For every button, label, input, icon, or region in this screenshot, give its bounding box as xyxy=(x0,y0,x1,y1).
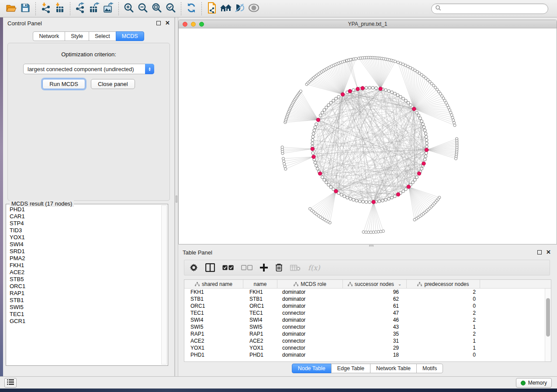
show-graphics-details-button[interactable] xyxy=(247,2,261,16)
select-all-rows-button[interactable] xyxy=(222,262,234,273)
cell: SWI5 xyxy=(243,323,277,330)
divider-grip[interactable] xyxy=(176,196,177,203)
table-toolbar: f(x) xyxy=(184,260,550,275)
mcds-result-item[interactable]: PMA2 xyxy=(7,255,161,262)
memory-button[interactable]: Memory xyxy=(516,378,552,388)
close-panel-icon[interactable]: ✕ xyxy=(546,250,551,254)
mcds-result-item[interactable]: SRD1 xyxy=(7,248,161,255)
close-window-icon[interactable] xyxy=(183,22,187,27)
table-row[interactable]: RAP1RAP1dominator352 xyxy=(184,330,545,337)
mcds-result-item[interactable]: STB5 xyxy=(7,276,161,283)
panel-divider[interactable] xyxy=(175,17,178,376)
export-image-button[interactable] xyxy=(101,2,115,16)
task-history-button[interactable] xyxy=(4,378,17,388)
mcds-result-item[interactable]: RAP1 xyxy=(7,290,161,297)
column-header-mcds-role[interactable]: MCDS role xyxy=(277,280,343,288)
table-row[interactable]: SWI5SWI5connector431 xyxy=(184,323,545,330)
zoom-out-icon xyxy=(137,2,149,15)
table-row[interactable]: TEC1TEC1connector472 xyxy=(184,309,545,316)
table-scrollbar-thumb[interactable] xyxy=(546,298,550,337)
tab-style[interactable]: Style xyxy=(65,31,89,41)
zoom-out-button[interactable] xyxy=(136,2,150,16)
mcds-result-item[interactable]: FKH1 xyxy=(7,262,161,269)
network-canvas[interactable] xyxy=(179,28,557,244)
table-settings-button[interactable] xyxy=(190,262,198,273)
tab-edge-table[interactable]: Edge Table xyxy=(331,364,370,373)
mcds-list-scrollbar[interactable] xyxy=(161,205,167,364)
float-panel-icon[interactable] xyxy=(537,250,542,254)
table-panel: Table Panel ✕ f(x) shared namenameMCDS r… xyxy=(178,247,557,376)
mcds-result-item[interactable]: CAR1 xyxy=(7,213,161,220)
maximize-window-icon[interactable] xyxy=(199,22,204,27)
export-network-button[interactable] xyxy=(73,2,87,16)
zoom-in-button[interactable] xyxy=(122,2,136,16)
tab-node-table[interactable]: Node Table xyxy=(292,364,332,373)
tab-network-table[interactable]: Network Table xyxy=(370,364,417,373)
network-document-button[interactable] xyxy=(205,2,219,16)
export-table-icon xyxy=(89,2,100,15)
cell: 43 xyxy=(343,323,407,330)
mcds-result-item[interactable]: SWI5 xyxy=(7,304,161,311)
table-row[interactable]: ACE2ACE2connector311 xyxy=(184,337,545,344)
optimization-criterion-select[interactable]: largest connected component (undirected)… xyxy=(23,64,154,74)
network-window-titlebar[interactable]: YPA_prune.txt_1 xyxy=(179,20,557,28)
refresh-layout-button[interactable] xyxy=(184,2,198,16)
mcds-result-item[interactable]: STP4 xyxy=(7,220,161,227)
tab-mcds[interactable]: MCDS xyxy=(116,31,144,41)
homes-button[interactable] xyxy=(219,2,233,16)
delete-column-button[interactable] xyxy=(275,262,283,273)
function-builder-button-disabled: f(x) xyxy=(308,262,320,273)
deselect-all-rows-button[interactable] xyxy=(241,262,253,273)
search-box[interactable] xyxy=(431,3,548,14)
cell: YOX1 xyxy=(243,344,277,351)
show-columns-button[interactable] xyxy=(205,262,215,273)
shared-column-icon xyxy=(417,282,422,286)
cell: RAP1 xyxy=(243,330,277,337)
hide-graphics-details-button[interactable] xyxy=(233,2,247,16)
tab-motifs[interactable]: Motifs xyxy=(416,364,443,373)
zoom-fit-button[interactable] xyxy=(150,2,164,16)
save-session-button[interactable] xyxy=(18,2,32,16)
minimize-window-icon[interactable] xyxy=(191,22,196,27)
import-table-button[interactable] xyxy=(53,2,67,16)
column-header-shared-name[interactable]: shared name xyxy=(184,280,243,288)
table-row[interactable]: STB1STB1dominator620 xyxy=(184,296,545,303)
table-row[interactable]: PHD1PHD1dominator180 xyxy=(184,351,545,358)
column-header-predecessor-nodes[interactable]: predecessor nodes xyxy=(407,280,480,288)
mcds-result-item[interactable]: TID3 xyxy=(7,227,161,234)
tab-network[interactable]: Network xyxy=(33,31,65,41)
column-header-successor-nodes[interactable]: successor nodes⌄ xyxy=(343,280,407,288)
cell xyxy=(480,296,545,303)
mcds-result-item[interactable]: TEC1 xyxy=(7,311,161,318)
open-file-button[interactable] xyxy=(4,2,18,16)
zoom-selected-button[interactable] xyxy=(164,2,178,16)
cell: STB1 xyxy=(184,296,243,303)
table-row[interactable]: YOX1YOX1connector291 xyxy=(184,344,545,351)
tab-select[interactable]: Select xyxy=(89,31,116,41)
cell: ACE2 xyxy=(243,337,277,344)
search-input[interactable] xyxy=(441,4,548,13)
cell: PHD1 xyxy=(243,351,277,358)
float-panel-icon[interactable] xyxy=(156,21,161,25)
table-row[interactable]: FKH1FKH1dominator962 xyxy=(184,289,545,296)
table-scrollbar[interactable] xyxy=(545,289,551,361)
table-row[interactable]: ORC1ORC1dominator610 xyxy=(184,303,545,309)
column-header-name[interactable]: name xyxy=(243,280,277,288)
mcds-result-item[interactable]: YOX1 xyxy=(7,234,161,241)
add-column-button[interactable] xyxy=(260,262,268,273)
network-graph[interactable] xyxy=(179,28,557,244)
mcds-result-item[interactable]: STB1 xyxy=(7,297,161,304)
delete-table-button-disabled xyxy=(290,262,301,273)
cell: 29 xyxy=(343,344,407,351)
import-network-button[interactable] xyxy=(39,2,53,16)
mcds-result-item[interactable]: SWI4 xyxy=(7,241,161,248)
close-panel-icon[interactable]: ✕ xyxy=(165,21,170,25)
close-panel-button[interactable]: Close panel xyxy=(91,79,135,89)
export-table-button[interactable] xyxy=(87,2,101,16)
run-mcds-button[interactable]: Run MCDS xyxy=(42,79,85,89)
mcds-result-item[interactable]: ACE2 xyxy=(7,269,161,276)
table-row[interactable]: SWI4SWI4dominator462 xyxy=(184,316,545,323)
mcds-result-item[interactable]: PHD1 xyxy=(7,206,161,213)
mcds-result-item[interactable]: ORC1 xyxy=(7,283,161,290)
mcds-result-item[interactable]: GCR1 xyxy=(7,318,161,325)
